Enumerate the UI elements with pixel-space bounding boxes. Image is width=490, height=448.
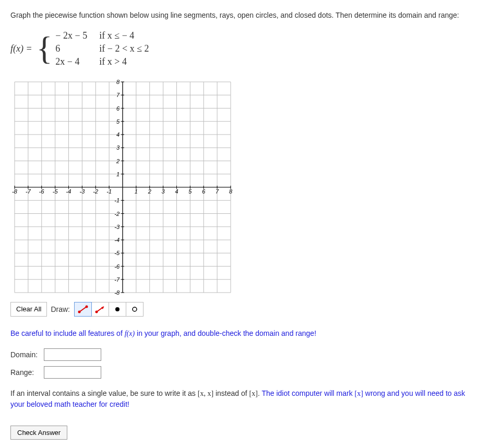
graph-canvas[interactable]: -8-7-6-5-4-3-2-112345678-8-7-6-5-4-3-2-1…	[10, 78, 480, 297]
closed-dot-icon	[112, 305, 123, 314]
svg-text:4: 4	[175, 188, 178, 195]
range-row: Range:	[10, 366, 480, 379]
range-input[interactable]	[44, 366, 101, 379]
piece-2-cond: if − 2 < x ≤ 2	[99, 43, 149, 54]
ray-icon	[94, 305, 106, 314]
svg-point-101	[78, 310, 80, 313]
note-bracket-3: [x]	[355, 390, 363, 397]
tool-closed-dot[interactable]	[109, 302, 126, 317]
svg-text:-7: -7	[26, 188, 31, 195]
piece-3-expr: 2x − 4	[55, 56, 92, 67]
note-idiot-1: The idiot computer will mark	[261, 389, 354, 397]
piece-2: 6 if − 2 < x ≤ 2	[55, 43, 149, 54]
piece-3-cond: if x > 4	[99, 56, 127, 67]
svg-text:-4: -4	[66, 188, 71, 195]
check-answer-button[interactable]: Check Answer	[10, 426, 67, 440]
domain-row: Domain:	[10, 348, 480, 361]
piece-1-cond: if x ≤ − 4	[99, 30, 134, 41]
instructions-text: Graph the piecewise function shown below…	[10, 10, 480, 21]
domain-input[interactable]	[44, 348, 101, 361]
draw-toolbar: Clear All Draw:	[10, 302, 480, 317]
svg-text:1: 1	[116, 171, 119, 177]
svg-text:6: 6	[116, 105, 120, 111]
svg-text:4: 4	[116, 131, 119, 138]
svg-text:8: 8	[229, 188, 233, 195]
svg-text:-4: -4	[114, 237, 119, 243]
svg-point-106	[115, 307, 119, 311]
note-b: instead of	[213, 389, 249, 397]
piece-2-expr: 6	[55, 43, 92, 54]
svg-text:6: 6	[202, 188, 206, 195]
svg-text:-6: -6	[39, 188, 45, 195]
piece-1-expr: − 2x − 5	[55, 30, 92, 41]
svg-text:-2: -2	[114, 210, 119, 216]
note-a: If an interval contains a single value, …	[10, 389, 198, 397]
clear-all-button[interactable]: Clear All	[10, 302, 47, 317]
note-bracket-1: [x, x]	[198, 390, 213, 397]
function-lhs: f(x) =	[10, 43, 32, 54]
range-label: Range:	[10, 368, 41, 377]
svg-text:1: 1	[135, 188, 138, 195]
segment-icon	[77, 305, 89, 314]
interval-note: If an interval contains a single value, …	[10, 388, 480, 410]
hint-prefix: Be careful to include all features of	[10, 329, 125, 337]
svg-text:3: 3	[162, 188, 165, 195]
svg-text:5: 5	[116, 118, 120, 124]
domain-label: Domain:	[10, 350, 41, 359]
svg-text:-8: -8	[114, 289, 120, 296]
svg-text:-1: -1	[114, 197, 119, 203]
hint-fx: f(x)	[125, 330, 135, 337]
svg-point-107	[133, 307, 137, 311]
tool-ray[interactable]	[91, 302, 109, 317]
svg-point-102	[85, 305, 88, 308]
hint-suffix: in your graph, and double-check the doma…	[135, 329, 316, 337]
svg-text:8: 8	[116, 79, 120, 85]
draw-label: Draw:	[46, 302, 74, 316]
svg-text:3: 3	[116, 144, 120, 151]
svg-text:-1: -1	[106, 188, 112, 195]
hint-text: Be careful to include all features of f(…	[10, 329, 480, 338]
piece-3: 2x − 4 if x > 4	[55, 56, 149, 67]
svg-text:2: 2	[148, 188, 151, 195]
svg-point-104	[95, 310, 98, 313]
svg-line-100	[79, 307, 87, 312]
svg-text:-5: -5	[114, 250, 120, 256]
svg-text:-6: -6	[114, 263, 120, 269]
svg-text:-8: -8	[12, 188, 18, 195]
svg-text:7: 7	[216, 188, 219, 195]
left-brace-icon: {	[37, 34, 53, 63]
svg-text:-3: -3	[114, 223, 120, 229]
svg-text:-3: -3	[79, 188, 85, 195]
svg-text:2: 2	[116, 158, 119, 164]
piecewise-function: f(x) = { − 2x − 5 if x ≤ − 4 6 if − 2 < …	[10, 30, 480, 67]
svg-text:7: 7	[116, 92, 120, 98]
tool-open-circle[interactable]	[126, 302, 144, 317]
svg-text:-7: -7	[114, 276, 120, 282]
note-bracket-2: [x]	[249, 390, 258, 397]
piece-1: − 2x − 5 if x ≤ − 4	[55, 30, 149, 41]
tool-line-segment[interactable]	[74, 302, 92, 317]
svg-text:5: 5	[188, 188, 192, 195]
svg-text:-2: -2	[93, 188, 98, 195]
open-circle-icon	[129, 305, 140, 314]
svg-text:-5: -5	[53, 188, 58, 195]
